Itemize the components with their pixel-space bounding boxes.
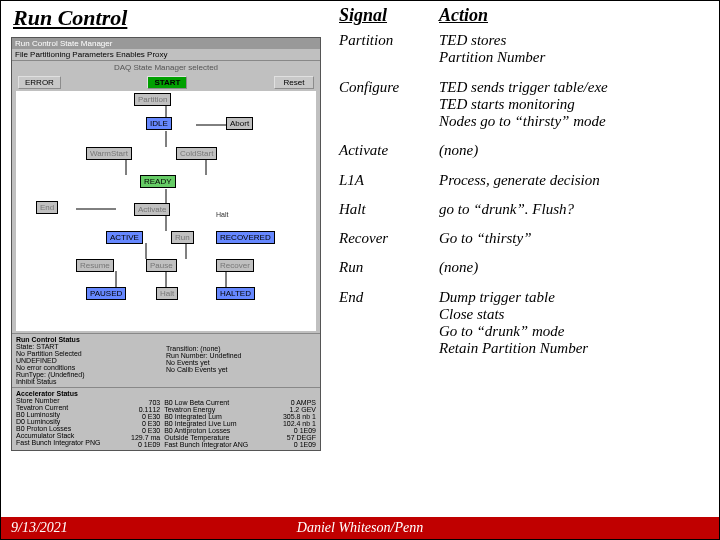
signal-action-table: Signal Action PartitionTED stores Partit…: [339, 5, 711, 364]
error-button[interactable]: ERROR: [18, 76, 61, 89]
accel-mid: 703 0.1112 0 E30 0 E30 0 E30 129.7 ma 0 …: [115, 390, 161, 448]
gui-statusline: DAQ State Manager selected: [12, 61, 320, 74]
node-partition: Partition: [134, 93, 171, 106]
node-ready: READY: [140, 175, 176, 188]
node-recovered: RECOVERED: [216, 231, 275, 244]
header-signal: Signal: [339, 5, 439, 26]
node-warmstart: WarmStart: [86, 147, 132, 160]
node-resume: Resume: [76, 259, 114, 272]
node-run: Run: [171, 231, 194, 244]
table-row: Run(none): [339, 253, 711, 282]
slide-title: Run Control: [13, 5, 329, 31]
accel-left: Accelerator Status Store Number Tevatron…: [16, 390, 115, 448]
accelerator-status: Accelerator Status Store Number Tevatron…: [12, 387, 320, 450]
table-row: ConfigureTED sends trigger table/exe TED…: [339, 73, 711, 137]
status-right: Transition: (none) Run Number: Undefined…: [166, 336, 316, 385]
table-row: RecoverGo to “thirsty”: [339, 224, 711, 253]
node-pause: Pause: [146, 259, 177, 272]
header-action: Action: [439, 5, 711, 26]
node-halt: Halt: [156, 287, 178, 300]
start-button[interactable]: START: [147, 76, 187, 89]
table-row: Haltgo to “drunk”. Flush?: [339, 195, 711, 224]
node-activate: Activate: [134, 203, 170, 216]
accel-right1: B0 Low Beta Current Tevatron Energy B0 I…: [160, 390, 263, 448]
footer: 9/13/2021 Daniel Whiteson/Penn: [1, 517, 719, 539]
state-diagram: Partition IDLE Abort WarmStart ColdStart…: [16, 91, 316, 331]
node-active: ACTIVE: [106, 231, 143, 244]
accel-right2: 0 AMPS 1.2 GEV 305.8 nb 1 102.4 nb 1 0 1…: [263, 390, 316, 448]
table-row: EndDump trigger table Close stats Go to …: [339, 283, 711, 364]
node-coldstart: ColdStart: [176, 147, 217, 160]
table-row: Activate(none): [339, 136, 711, 165]
run-control-screenshot: Run Control State Manager File Partition…: [11, 37, 321, 451]
table-row: PartitionTED stores Partition Number: [339, 26, 711, 73]
status-left: Run Control Status State: START No Parti…: [16, 336, 166, 385]
node-idle: IDLE: [146, 117, 172, 130]
node-recover: Recover: [216, 259, 254, 272]
gui-titlebar: Run Control State Manager: [12, 38, 320, 49]
node-halted: HALTED: [216, 287, 255, 300]
node-end: End: [36, 201, 58, 214]
footer-date: 9/13/2021: [11, 520, 68, 536]
footer-author: Daniel Whiteson/Penn: [297, 520, 423, 536]
reset-button[interactable]: Reset: [274, 76, 314, 89]
table-row: L1AProcess, generate decision: [339, 166, 711, 195]
run-control-status: Run Control Status State: START No Parti…: [12, 333, 320, 387]
edge-halt-label: Halt: [216, 211, 228, 218]
node-paused: PAUSED: [86, 287, 126, 300]
gui-menu: File Partitioning Parameters Enables Pro…: [12, 49, 320, 61]
node-abort: Abort: [226, 117, 253, 130]
